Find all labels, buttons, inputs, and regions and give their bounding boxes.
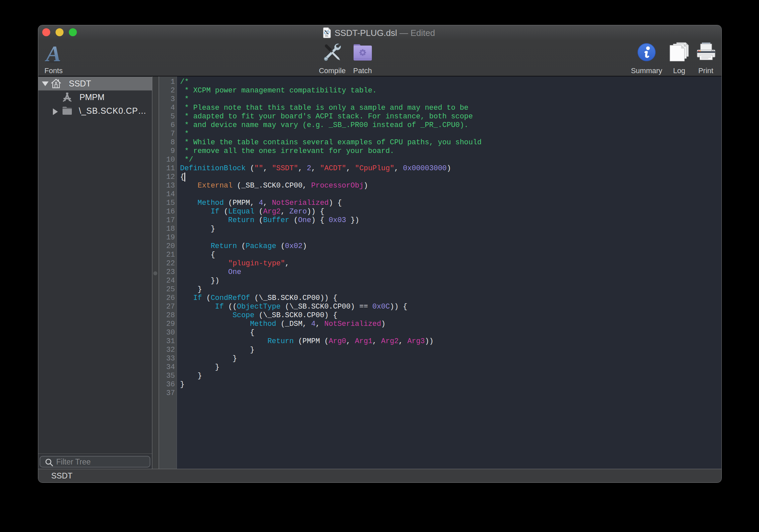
svg-text:A: A	[45, 44, 61, 63]
svg-text:DSL: DSL	[325, 35, 329, 37]
